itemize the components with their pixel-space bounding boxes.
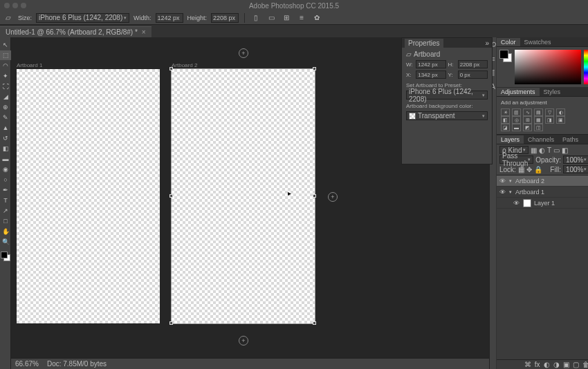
curves-adj-icon[interactable]: ∿	[523, 108, 532, 116]
artboard-handle[interactable]	[169, 67, 173, 70]
lock-all-icon[interactable]: 🔒	[534, 166, 542, 173]
artboard-handle[interactable]	[313, 67, 316, 70]
photo-filter-adj-icon[interactable]: ◎	[512, 116, 521, 124]
gradient-map-adj-icon[interactable]: ▬	[512, 124, 521, 131]
close-window-button[interactable]	[4, 3, 10, 8]
settings-gear-icon[interactable]: ✿	[311, 12, 322, 23]
layers-tab[interactable]: Layers	[497, 135, 524, 144]
document-tab[interactable]: Untitled-1 @ 66.7% (Artboard 2, RGB/8#) …	[0, 26, 151, 37]
gradient-tool[interactable]: ▬	[0, 154, 11, 164]
add-artboard-bottom[interactable]: +	[239, 336, 248, 346]
channel-mixer-adj-icon[interactable]: ⊞	[523, 116, 532, 124]
visibility-toggle-icon[interactable]: 👁	[499, 178, 506, 184]
y-input[interactable]: 0 px	[458, 70, 488, 79]
group-icon[interactable]: ▣	[563, 361, 569, 368]
new-layer-icon[interactable]: ▢	[573, 361, 579, 368]
zoom-level[interactable]: 66.67%	[15, 360, 39, 368]
blend-mode-select[interactable]: Pass Through	[499, 155, 533, 164]
zoom-tool[interactable]: 🔍	[0, 237, 11, 247]
hand-tool[interactable]: ✋	[0, 227, 11, 236]
foreground-color-swatch[interactable]	[1, 252, 8, 258]
history-brush-tool[interactable]: ↺	[0, 133, 11, 143]
properties-tab[interactable]: Properties	[405, 39, 443, 48]
brightness-adj-icon[interactable]: ☀	[501, 108, 510, 116]
lasso-tool[interactable]: ◠	[0, 61, 11, 70]
threshold-adj-icon[interactable]: ◪	[501, 124, 510, 131]
trash-icon[interactable]: 🗑	[582, 361, 589, 368]
filter-smart-icon[interactable]: ◧	[562, 146, 568, 154]
artboard-handle[interactable]	[169, 321, 173, 325]
filter-pixel-icon[interactable]: ▦	[531, 146, 537, 154]
channels-tab[interactable]: Channels	[524, 135, 558, 144]
move-tool[interactable]: ↖	[0, 40, 11, 50]
swatches-tab[interactable]: Swatches	[520, 38, 555, 46]
size-preset-select[interactable]: iPhone 6 Plus (1242, 2208)	[36, 13, 129, 23]
layer-thumb[interactable]	[523, 199, 531, 207]
artboard-1[interactable]	[17, 69, 160, 323]
invert-adj-icon[interactable]: ◨	[545, 116, 554, 124]
layer-artboard1[interactable]: 👁 ▾ Artboard 1	[497, 187, 588, 198]
color-lookup-adj-icon[interactable]: ▦	[534, 116, 543, 124]
artboard-2[interactable]	[172, 69, 315, 323]
crop-tool[interactable]: ⛶	[0, 82, 11, 91]
minimize-window-button[interactable]	[12, 3, 18, 8]
link-layers-icon[interactable]: ⌘	[524, 361, 531, 368]
artboard-handle[interactable]	[313, 321, 316, 325]
align-icon[interactable]: ≡	[296, 12, 307, 23]
levels-adj-icon[interactable]: ▥	[512, 108, 521, 116]
selective-color-adj-icon[interactable]: ◩	[523, 124, 532, 131]
artboard1-label[interactable]: Artboard 1	[17, 62, 42, 68]
preset-select[interactable]: iPhone 6 Plus (1242, 2208)	[406, 91, 488, 100]
adjustments-tab[interactable]: Adjustments	[497, 88, 540, 96]
layer-artboard2[interactable]: 👁 ▾ Artboard 2	[497, 176, 588, 187]
path-select-tool[interactable]: ↗	[0, 206, 11, 216]
artboard-tool-icon[interactable]: ▱	[3, 12, 14, 23]
shape-tool[interactable]: □	[0, 216, 11, 226]
pen-tool[interactable]: ✒	[0, 185, 11, 195]
adj-icon[interactable]: ◫	[534, 124, 543, 131]
properties-panel[interactable]: Properties » ▱ Artboard W: 1242 px H: 22…	[401, 37, 493, 164]
chevron-down-icon[interactable]: ▾	[509, 178, 512, 184]
x-input[interactable]: 1342 px	[416, 70, 445, 79]
height-input[interactable]: 2208 px	[211, 13, 239, 23]
mask-icon[interactable]: ◐	[544, 361, 550, 368]
dodge-tool[interactable]: ○	[0, 175, 11, 184]
brush-tool[interactable]: ✎	[0, 113, 11, 122]
panel-collapse-icon[interactable]: »	[485, 39, 489, 47]
visibility-toggle-icon[interactable]: 👁	[499, 189, 506, 196]
doc-size[interactable]: Doc: 7.85M/0 bytes	[47, 360, 107, 368]
visibility-toggle-icon[interactable]: 👁	[513, 200, 520, 207]
orientation-portrait-icon[interactable]: ▯	[250, 12, 261, 23]
artboard2-label[interactable]: Artboard 2	[172, 62, 197, 68]
fill-input[interactable]: 100%	[563, 165, 588, 173]
healing-tool[interactable]: ⊕	[0, 102, 11, 112]
width-input[interactable]: 1242 px	[156, 13, 183, 23]
add-artboard-right[interactable]: +	[328, 192, 338, 202]
maximize-window-button[interactable]	[21, 3, 26, 8]
magic-wand-tool[interactable]: ✦	[0, 71, 11, 81]
lock-pixels-icon[interactable]: ▦	[518, 166, 524, 173]
eraser-tool[interactable]: ◧	[0, 144, 11, 153]
hue-adj-icon[interactable]: ◐	[556, 108, 565, 116]
filter-type-icon[interactable]: T	[547, 146, 551, 154]
posterize-adj-icon[interactable]: ▣	[556, 116, 565, 124]
artboard-handle[interactable]	[169, 194, 173, 198]
vibrance-adj-icon[interactable]: ▽	[545, 108, 554, 116]
h-input[interactable]: 2208 px	[458, 60, 488, 68]
close-tab-icon[interactable]: ×	[142, 28, 146, 36]
w-input[interactable]: 1242 px	[416, 60, 445, 68]
bg-select[interactable]: Transparent	[406, 111, 488, 120]
add-artboard-top[interactable]: +	[239, 48, 248, 58]
add-artboard-icon[interactable]: ⊞	[281, 12, 292, 23]
adjustment-layer-icon[interactable]: ◑	[553, 361, 560, 368]
artboard-tool[interactable]: ⬚	[0, 50, 11, 60]
blur-tool[interactable]: ◉	[0, 164, 11, 174]
color-swatches[interactable]	[1, 252, 10, 261]
layer-layer1[interactable]: 👁 Layer 1	[497, 198, 588, 209]
paths-tab[interactable]: Paths	[558, 135, 582, 144]
color-field[interactable]	[515, 50, 581, 84]
stamp-tool[interactable]: ▲	[0, 123, 11, 133]
opacity-input[interactable]: 100%	[563, 155, 588, 164]
orientation-landscape-icon[interactable]: ▭	[266, 12, 277, 23]
chevron-down-icon[interactable]: ▾	[509, 189, 512, 195]
